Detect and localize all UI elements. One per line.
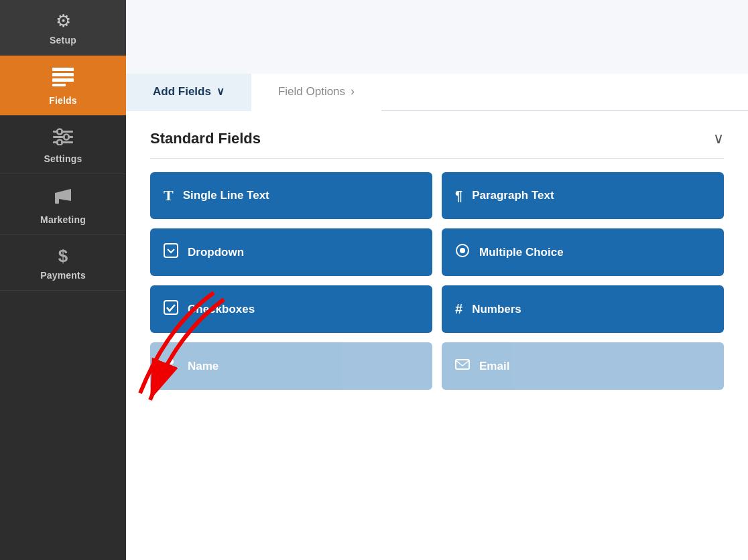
numbers-label: Numbers xyxy=(472,303,521,316)
tab-field-options-label: Field Options xyxy=(278,85,345,98)
single-line-text-button[interactable]: T Single Line Text xyxy=(150,172,432,219)
svg-rect-18 xyxy=(164,301,178,314)
svg-rect-0 xyxy=(52,68,74,71)
sidebar-item-payments-label: Payments xyxy=(40,270,86,281)
svg-point-10 xyxy=(57,129,62,135)
content-area: Standard Fields ∨ T Single Line Text ¶ xyxy=(126,111,748,409)
payments-icon: $ xyxy=(58,247,68,265)
dropdown-icon xyxy=(164,243,178,261)
top-area xyxy=(126,0,748,74)
name-button[interactable]: Name xyxy=(150,342,432,390)
dropdown-button[interactable]: Dropdown xyxy=(150,228,432,276)
section-title: Standard Fields xyxy=(150,130,261,147)
svg-rect-13 xyxy=(55,198,59,204)
svg-rect-2 xyxy=(52,78,74,82)
paragraph-text-icon: ¶ xyxy=(455,188,462,204)
chevron-down-icon: ∨ xyxy=(216,85,225,98)
numbers-button[interactable]: # Numbers xyxy=(442,285,724,333)
svg-rect-3 xyxy=(52,84,66,86)
checkboxes-label: Checkboxes xyxy=(188,303,255,316)
single-line-text-icon: T xyxy=(164,187,174,204)
gear-icon: ⚙ xyxy=(56,12,71,29)
chevron-right-icon: › xyxy=(351,84,355,98)
email-button[interactable]: Email xyxy=(442,342,724,390)
tab-add-fields-label: Add Fields xyxy=(153,85,211,98)
email-icon xyxy=(455,357,470,375)
single-line-text-label: Single Line Text xyxy=(183,189,269,202)
fields-grid: T Single Line Text ¶ Paragraph Text Drop… xyxy=(150,172,724,390)
sidebar-item-setup-label: Setup xyxy=(50,35,76,46)
paragraph-text-label: Paragraph Text xyxy=(472,189,554,202)
sidebar-item-fields-label: Fields xyxy=(49,95,77,106)
svg-rect-20 xyxy=(456,360,469,369)
fields-icon xyxy=(52,68,74,90)
sidebar-item-marketing-label: Marketing xyxy=(40,214,86,225)
svg-rect-1 xyxy=(52,73,74,76)
sidebar-item-settings[interactable]: Settings xyxy=(0,116,126,174)
svg-point-17 xyxy=(460,248,465,253)
section-chevron-icon[interactable]: ∨ xyxy=(713,130,724,147)
svg-point-12 xyxy=(57,140,62,145)
sidebar-item-payments[interactable]: $ Payments xyxy=(0,235,126,291)
name-label: Name xyxy=(188,360,219,373)
settings-icon xyxy=(53,128,73,148)
checkboxes-button[interactable]: Checkboxes xyxy=(150,285,432,333)
tab-add-fields[interactable]: Add Fields ∨ xyxy=(126,74,251,111)
email-label: Email xyxy=(479,360,509,373)
multiple-choice-icon xyxy=(455,243,470,261)
svg-point-11 xyxy=(64,135,69,140)
svg-rect-15 xyxy=(164,244,178,257)
section-header: Standard Fields ∨ xyxy=(150,130,724,159)
checkboxes-icon xyxy=(164,300,178,318)
main-panel: Add Fields ∨ Field Options › Standard Fi… xyxy=(126,0,748,560)
paragraph-text-button[interactable]: ¶ Paragraph Text xyxy=(442,172,724,219)
dropdown-label: Dropdown xyxy=(188,246,244,259)
svg-point-19 xyxy=(168,359,174,364)
sidebar-item-marketing[interactable]: Marketing xyxy=(0,174,126,235)
multiple-choice-button[interactable]: Multiple Choice xyxy=(442,228,724,276)
tab-bar: Add Fields ∨ Field Options › xyxy=(126,74,748,111)
tab-field-options[interactable]: Field Options › xyxy=(251,74,381,111)
sidebar-item-fields[interactable]: Fields xyxy=(0,56,126,116)
marketing-icon xyxy=(52,186,74,209)
sidebar-item-setup[interactable]: ⚙ Setup xyxy=(0,0,126,56)
numbers-icon: # xyxy=(455,301,462,317)
multiple-choice-label: Multiple Choice xyxy=(479,246,564,259)
name-icon xyxy=(164,357,178,375)
sidebar: ⚙ Setup Fields xyxy=(0,0,126,560)
sidebar-item-settings-label: Settings xyxy=(44,153,82,164)
